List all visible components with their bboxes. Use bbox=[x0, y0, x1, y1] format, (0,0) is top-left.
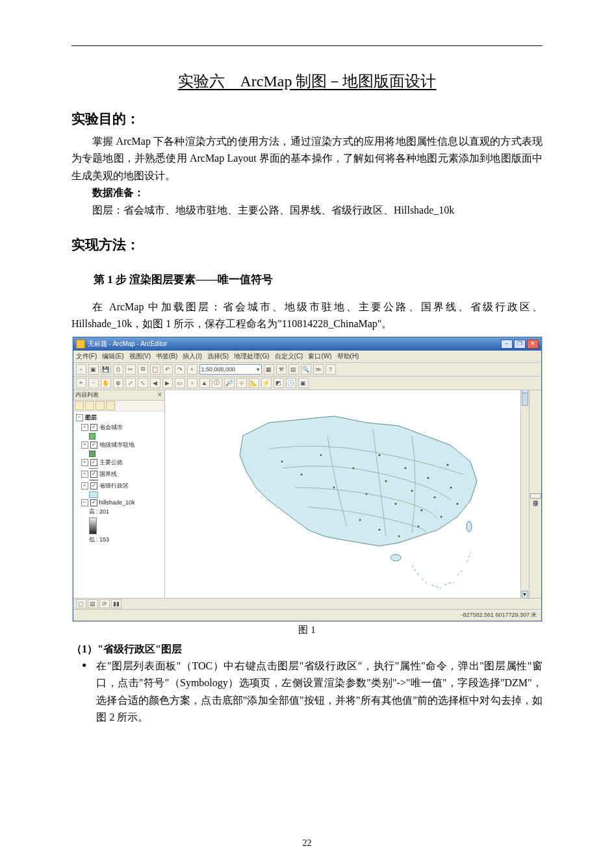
chevron-down-icon: ▾ bbox=[257, 366, 260, 373]
vertical-scrollbar[interactable]: ▲ ▼ bbox=[520, 390, 529, 598]
full-extent-icon[interactable]: ⊕ bbox=[113, 378, 123, 388]
minimize-button[interactable]: – bbox=[501, 340, 513, 349]
redo-icon[interactable]: ↷ bbox=[175, 364, 185, 375]
goto-xy-icon[interactable]: ⊹ bbox=[237, 378, 247, 388]
add-data-icon[interactable]: + bbox=[187, 364, 198, 375]
zoom-in-icon[interactable]: ＋ bbox=[76, 378, 86, 388]
scroll-thumb[interactable] bbox=[522, 393, 528, 406]
python-icon[interactable]: ≫ bbox=[313, 364, 324, 375]
gradient-ramp-icon bbox=[89, 517, 97, 534]
menu-insert[interactable]: 插入(I) bbox=[183, 352, 201, 361]
map-canvas[interactable]: ▲ ▼ bbox=[165, 390, 529, 598]
toc-tree[interactable]: − 图层 + ✓ 省会城市 + ✓ 地级城市驻地 bbox=[73, 412, 164, 598]
scroll-down-icon[interactable]: ▼ bbox=[522, 591, 528, 598]
measure-icon[interactable]: 📐 bbox=[249, 378, 259, 388]
layer-symbol bbox=[75, 450, 163, 458]
select-features-icon[interactable]: ▭ bbox=[175, 378, 185, 388]
menu-edit[interactable]: 编辑(E) bbox=[102, 352, 123, 361]
layer-node[interactable]: + ✓ 省级行政区 bbox=[75, 481, 163, 491]
zoom-out-icon[interactable]: － bbox=[88, 378, 99, 388]
find-icon[interactable]: 🔎 bbox=[224, 378, 235, 388]
menu-geoprocessing[interactable]: 地理处理(G) bbox=[234, 352, 269, 361]
html-popup-icon[interactable]: ◩ bbox=[274, 378, 284, 388]
cut-icon[interactable]: ✂ bbox=[125, 364, 136, 375]
fixed-zoom-in-icon[interactable]: ⤢ bbox=[125, 378, 136, 388]
layer-node[interactable]: + ✓ 地级城市驻地 bbox=[75, 440, 163, 450]
prev-extent-icon[interactable]: ◀ bbox=[150, 378, 160, 388]
time-slider-icon[interactable]: 🕒 bbox=[286, 378, 296, 388]
save-icon[interactable]: 💾 bbox=[101, 364, 111, 375]
paste-icon[interactable]: 📋 bbox=[150, 364, 160, 375]
arcmap-menubar: 文件(F) 编辑(E) 视图(V) 书签(B) 插入(I) 选择(S) 地理处理… bbox=[73, 351, 541, 363]
layer-checkbox[interactable]: ✓ bbox=[90, 471, 97, 478]
menu-customize[interactable]: 自定义(C) bbox=[275, 352, 303, 361]
window-buttons: – ❐ ✕ bbox=[501, 340, 539, 349]
viewer-icon[interactable]: ▣ bbox=[298, 378, 309, 388]
hyperlink-icon[interactable]: ⚡ bbox=[261, 378, 272, 388]
layer-node[interactable]: + ✓ 省会城市 bbox=[75, 423, 163, 432]
copy-icon[interactable]: ⧉ bbox=[138, 364, 148, 375]
expand-icon[interactable]: + bbox=[81, 482, 88, 490]
expand-icon[interactable]: + bbox=[81, 441, 88, 449]
scale-dropdown[interactable]: 1:50,000,000 ▾ bbox=[199, 364, 262, 375]
collapse-icon[interactable]: − bbox=[81, 499, 88, 506]
svg-point-6 bbox=[352, 467, 354, 469]
arcmap-app-icon bbox=[76, 340, 85, 349]
subsection-1-heading: （1）"省级行政区"图层 bbox=[71, 643, 543, 656]
toc-close-icon[interactable]: ✕ bbox=[157, 391, 162, 398]
layer-checkbox[interactable]: ✓ bbox=[90, 441, 97, 449]
step-1-heading: 第 1 步 渲染图层要素——唯一值符号 bbox=[94, 272, 543, 287]
help-icon[interactable]: ? bbox=[326, 364, 336, 375]
search-icon[interactable]: 🔍 bbox=[301, 364, 311, 375]
open-icon[interactable]: ▣ bbox=[88, 364, 99, 375]
pan-icon[interactable]: ✋ bbox=[101, 378, 111, 388]
refresh-icon[interactable]: ⟳ bbox=[99, 599, 110, 608]
data-prep-line: 数据准备： bbox=[71, 184, 543, 201]
svg-point-23 bbox=[417, 525, 419, 527]
svg-point-15 bbox=[433, 496, 435, 498]
maximize-button[interactable]: ❐ bbox=[514, 340, 526, 349]
menu-help[interactable]: 帮助(H) bbox=[337, 352, 359, 361]
layout-view-icon[interactable]: ▤ bbox=[88, 599, 98, 608]
print-icon[interactable]: ⎙ bbox=[113, 364, 123, 375]
layer-checkbox[interactable]: ✓ bbox=[90, 424, 97, 431]
menu-window[interactable]: 窗口(W) bbox=[308, 352, 331, 361]
toc-list-by-drawing-icon[interactable] bbox=[75, 401, 84, 410]
line-symbol-icon bbox=[89, 480, 98, 480]
menu-bookmarks[interactable]: 书签(B) bbox=[156, 352, 177, 361]
undo-icon[interactable]: ↶ bbox=[162, 364, 173, 375]
dataframe-node[interactable]: − 图层 bbox=[75, 413, 163, 423]
expand-icon[interactable]: + bbox=[81, 424, 88, 431]
close-button[interactable]: ✕ bbox=[527, 340, 539, 349]
toc-list-by-visibility-icon[interactable] bbox=[96, 401, 105, 410]
layer-checkbox[interactable]: ✓ bbox=[90, 459, 97, 466]
arcmap-workarea: 内容列表 ✕ − 图层 + ✓ bbox=[73, 390, 541, 598]
toc-list-by-source-icon[interactable] bbox=[85, 401, 94, 410]
data-view-icon[interactable]: ▢ bbox=[76, 599, 86, 608]
pointer-icon[interactable]: ▲ bbox=[199, 378, 210, 388]
layer-checkbox[interactable]: ✓ bbox=[90, 482, 97, 490]
catalog-tab[interactable]: 目录 bbox=[530, 493, 541, 499]
identify-icon[interactable]: ⓘ bbox=[212, 378, 222, 388]
layer-checkbox[interactable]: ✓ bbox=[90, 499, 97, 506]
clear-selection-icon[interactable]: ▫ bbox=[187, 378, 198, 388]
pause-drawing-icon[interactable]: ▮▮ bbox=[111, 599, 122, 608]
toc-list-by-selection-icon[interactable] bbox=[106, 401, 115, 410]
toolbox-icon[interactable]: ⚒ bbox=[276, 364, 287, 375]
editor-toolbar-icon[interactable]: ▦ bbox=[264, 364, 274, 375]
layer-node[interactable]: + ✓ 国界线 bbox=[75, 469, 163, 479]
menu-file[interactable]: 文件(F) bbox=[76, 352, 97, 361]
collapse-icon[interactable]: − bbox=[76, 414, 83, 421]
step-1-paragraph: 在 ArcMap 中加载图层：省会城市、地级市驻地、主要公路、国界线、省级行政区… bbox=[71, 299, 543, 333]
catalog-icon[interactable]: ▤ bbox=[288, 364, 299, 375]
menu-view[interactable]: 视图(V) bbox=[129, 352, 151, 361]
expand-icon[interactable]: + bbox=[81, 459, 88, 466]
fixed-zoom-out-icon[interactable]: ⤡ bbox=[138, 378, 148, 388]
next-extent-icon[interactable]: ▶ bbox=[162, 378, 173, 388]
menu-selection[interactable]: 选择(S) bbox=[207, 352, 229, 361]
line-symbol-icon bbox=[89, 468, 98, 469]
expand-icon[interactable]: + bbox=[81, 471, 88, 478]
new-doc-icon[interactable]: ▫ bbox=[76, 364, 86, 375]
layer-node[interactable]: + ✓ 主要公路 bbox=[75, 458, 163, 467]
layer-node[interactable]: − ✓ hillshade_10k bbox=[75, 499, 163, 507]
